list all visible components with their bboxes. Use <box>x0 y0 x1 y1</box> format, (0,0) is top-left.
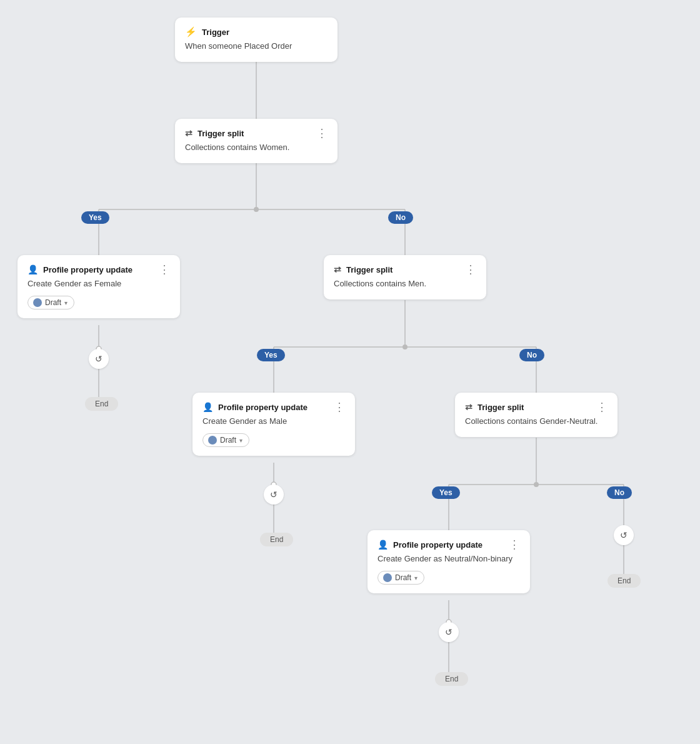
profile-female-title: Profile property update <box>43 265 132 274</box>
trigger-split-1-title: Trigger split <box>198 129 244 138</box>
profile-neutral-draft-badge[interactable]: Draft ▾ <box>378 571 424 585</box>
profile-male-body: Create Gender as Male <box>202 416 345 426</box>
end-node-female: End <box>85 397 118 411</box>
trigger-split-1-body: Collections contains Women. <box>185 143 328 152</box>
person-icon-neutral: 👤 <box>378 540 388 550</box>
draft-chevron-female: ▾ <box>64 299 68 306</box>
split-icon-3: ⇄ <box>465 402 472 412</box>
profile-neutral-card: 👤 Profile property update ⋮ Create Gende… <box>368 530 530 593</box>
trigger-title: Trigger <box>202 28 229 37</box>
trigger-split-3-menu[interactable]: ⋮ <box>596 401 608 413</box>
profile-neutral-status: Draft <box>395 573 411 582</box>
trigger-split-3-title: Trigger split <box>478 403 524 412</box>
profile-male-title: Profile property update <box>218 403 308 412</box>
profile-neutral-menu[interactable]: ⋮ <box>509 539 520 550</box>
profile-male-draft-badge[interactable]: Draft ▾ <box>202 433 249 447</box>
svg-point-24 <box>534 482 539 487</box>
trigger-icon: ⚡ <box>185 26 197 38</box>
profile-female-status: Draft <box>45 298 61 307</box>
profile-female-menu[interactable]: ⋮ <box>159 264 170 275</box>
end-node-no3: End <box>608 574 641 588</box>
end-node-neutral: End <box>435 672 468 686</box>
yes-label-3: Yes <box>432 486 460 499</box>
draft-icon-female <box>33 298 42 307</box>
profile-male-card: 👤 Profile property update ⋮ Create Gende… <box>192 393 355 456</box>
svg-point-22 <box>254 207 259 212</box>
profile-neutral-title: Profile property update <box>393 540 482 550</box>
person-icon-female: 👤 <box>28 264 38 274</box>
no-label-1: No <box>388 211 413 224</box>
trigger-split-2-body: Collections contains Men. <box>334 279 476 288</box>
no-label-3: No <box>607 486 632 499</box>
trigger-card: ⚡ Trigger When someone Placed Order <box>175 18 338 62</box>
split-icon-1: ⇄ <box>185 128 192 138</box>
split-icon-2: ⇄ <box>334 264 341 274</box>
draft-icon-neutral <box>383 573 392 582</box>
loop-node-female[interactable]: ↺ <box>89 349 109 369</box>
yes-label-1: Yes <box>81 211 109 224</box>
trigger-body: When someone Placed Order <box>185 41 328 51</box>
profile-female-body: Create Gender as Female <box>28 279 170 288</box>
yes-label-2: Yes <box>257 349 285 361</box>
trigger-split-2-menu[interactable]: ⋮ <box>465 264 476 275</box>
profile-female-card: 👤 Profile property update ⋮ Create Gende… <box>18 255 180 318</box>
trigger-split-1-menu[interactable]: ⋮ <box>316 128 328 139</box>
loop-node-neutral[interactable]: ↺ <box>439 622 459 642</box>
no-label-2: No <box>519 349 544 361</box>
profile-male-status: Draft <box>220 436 236 445</box>
svg-point-23 <box>402 344 408 349</box>
trigger-split-3-card: ⇄ Trigger split ⋮ Collections contains G… <box>455 393 618 437</box>
loop-node-no3[interactable]: ↺ <box>614 525 634 545</box>
trigger-split-1-card: ⇄ Trigger split ⋮ Collections contains W… <box>175 119 338 163</box>
person-icon-male: 👤 <box>202 402 213 412</box>
trigger-split-3-body: Collections contains Gender-Neutral. <box>465 416 608 426</box>
profile-male-menu[interactable]: ⋮ <box>334 401 345 413</box>
draft-chevron-neutral: ▾ <box>414 575 418 581</box>
trigger-split-2-card: ⇄ Trigger split ⋮ Collections contains M… <box>324 255 486 299</box>
end-node-male: End <box>260 533 293 546</box>
trigger-split-2-title: Trigger split <box>346 265 392 274</box>
profile-neutral-body: Create Gender as Neutral/Non-binary <box>378 554 520 563</box>
draft-chevron-male: ▾ <box>239 437 242 444</box>
draft-icon-male <box>208 436 217 445</box>
profile-female-draft-badge[interactable]: Draft ▾ <box>28 296 74 309</box>
loop-node-male[interactable]: ↺ <box>264 485 284 505</box>
